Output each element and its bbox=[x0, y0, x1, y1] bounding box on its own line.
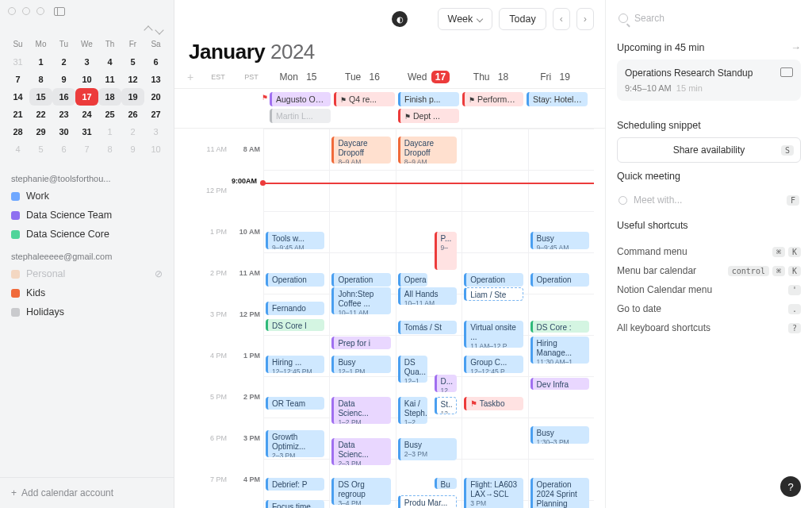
day-header[interactable]: Wed 17 bbox=[396, 71, 461, 83]
mini-day[interactable]: 15 bbox=[29, 88, 52, 106]
mini-day[interactable]: 4 bbox=[98, 53, 121, 71]
calendar-item[interactable]: Kids bbox=[0, 283, 174, 302]
calendar-event[interactable]: Daycare Dropoff8–9 AM bbox=[398, 137, 457, 164]
mini-day[interactable]: 7 bbox=[6, 71, 29, 88]
calendar-event[interactable]: Virtual onsite ...11 AM–12 P bbox=[464, 321, 523, 348]
calendar-event[interactable]: Busy9–9:45 AM bbox=[530, 232, 589, 249]
allday-event[interactable]: ⚑Performance review talks bbox=[462, 92, 523, 106]
mini-day[interactable]: 13 bbox=[144, 71, 167, 88]
calendar-event[interactable]: Produ Mar...3:30– bbox=[398, 495, 457, 508]
mini-day[interactable]: 10 bbox=[144, 140, 167, 158]
mini-day[interactable]: 8 bbox=[29, 71, 52, 88]
day-column[interactable]: Tools w...9–9:45 AMOperationFernandoDS C… bbox=[263, 129, 329, 508]
allday-event[interactable]: ⚑Q4 re... bbox=[334, 92, 395, 106]
chevron-up-icon[interactable] bbox=[144, 25, 152, 34]
calendar-item[interactable]: Data Science Core bbox=[0, 225, 174, 244]
search-input[interactable]: Search bbox=[617, 10, 801, 35]
mini-day[interactable]: 17 bbox=[75, 88, 98, 106]
calendar-event[interactable]: Kai / Steph...1–2 PM bbox=[398, 397, 428, 424]
calendar-event[interactable]: DS Core I bbox=[266, 319, 324, 331]
calendar-event[interactable]: Busy2–3 PM bbox=[398, 438, 457, 460]
calendar-event[interactable]: Hiring Manage...11:30 AM–1 bbox=[530, 337, 589, 364]
calendar-event[interactable]: Focus time3:30–5 PM bbox=[266, 500, 324, 508]
mini-day[interactable]: 20 bbox=[144, 88, 167, 106]
calendar-event[interactable]: Operation bbox=[331, 273, 390, 287]
calendar-event[interactable]: Operation bbox=[266, 273, 324, 287]
calendar-event[interactable]: Tools w...9–9:45 AM bbox=[266, 232, 324, 249]
sidebar-toggle-icon[interactable] bbox=[54, 7, 65, 16]
mini-day[interactable]: 29 bbox=[29, 123, 52, 140]
calendar-item[interactable]: Holidays bbox=[0, 302, 174, 321]
mini-day[interactable]: 31 bbox=[6, 53, 29, 71]
today-button[interactable]: Today bbox=[499, 8, 546, 30]
mini-day[interactable]: 21 bbox=[6, 106, 29, 123]
calendar-item[interactable]: Work bbox=[0, 187, 174, 206]
chevron-down-icon[interactable] bbox=[155, 25, 163, 34]
day-column[interactable]: Daycare Dropoff8–9 AMP...9–OperaAll Hand… bbox=[396, 129, 462, 508]
mini-day[interactable]: 5 bbox=[121, 53, 144, 71]
day-header[interactable]: Thu 18 bbox=[461, 71, 525, 83]
mini-day[interactable]: 14 bbox=[6, 88, 29, 106]
add-calendar-account[interactable]: + Add calendar account bbox=[0, 477, 174, 508]
shortcut-row[interactable]: Notion Calendar menu' bbox=[617, 280, 801, 299]
time-grid[interactable]: 11 AM12 PM1 PM2 PM3 PM4 PM5 PM6 PM7 PM8 … bbox=[174, 129, 605, 508]
view-switcher[interactable]: Week bbox=[438, 8, 493, 30]
mini-day[interactable]: 23 bbox=[52, 106, 75, 123]
calendar-item[interactable]: Data Science Team bbox=[0, 206, 174, 225]
calendar-event[interactable]: P...9– bbox=[435, 232, 458, 270]
calendar-event[interactable]: Busy1:30–3 PM bbox=[530, 426, 589, 444]
mini-day[interactable]: 16 bbox=[52, 88, 75, 106]
day-header[interactable]: Mon 15 bbox=[268, 71, 332, 83]
mini-day[interactable]: 11 bbox=[98, 71, 121, 88]
calendar-event[interactable]: DS Qua...12–1 P bbox=[398, 356, 428, 383]
video-call-icon[interactable] bbox=[780, 67, 793, 77]
mini-day[interactable]: 1 bbox=[29, 53, 52, 71]
close-dot[interactable] bbox=[8, 7, 16, 15]
mini-day[interactable]: 6 bbox=[144, 53, 167, 71]
mini-day[interactable]: 27 bbox=[144, 106, 167, 123]
mini-calendar[interactable]: SuMoTuWeThFrSa31123456789101112131415161… bbox=[0, 35, 174, 166]
day-column[interactable]: Daycare Dropoff8–9 AMOperationJohn:Step … bbox=[329, 129, 395, 508]
calendar-event[interactable]: DS Org regroup3–4 PM bbox=[331, 478, 390, 505]
mini-day[interactable]: 18 bbox=[98, 88, 121, 106]
mini-day[interactable]: 12 bbox=[121, 71, 144, 88]
day-column[interactable]: OperationLiam / SteVirtual onsite ...11 … bbox=[462, 129, 527, 508]
calendar-event[interactable]: Debrief: P bbox=[266, 478, 324, 491]
calendar-event[interactable]: All Hands10–11 AM bbox=[398, 287, 457, 305]
mini-day[interactable]: 3 bbox=[75, 53, 98, 71]
calendar-event[interactable]: Operation 2024 Sprint Planning3–5 PM bbox=[530, 478, 589, 508]
calendar-event[interactable]: ⚑ Taskbo bbox=[464, 397, 523, 410]
allday-event[interactable]: Finish p... bbox=[398, 92, 459, 106]
mini-day[interactable]: 1 bbox=[98, 123, 121, 140]
mini-day[interactable]: 6 bbox=[52, 140, 75, 158]
calendar-event[interactable]: St..12 bbox=[435, 397, 458, 414]
calendar-event[interactable]: Busy12–1 PM bbox=[331, 356, 390, 373]
mini-day[interactable]: 22 bbox=[29, 106, 52, 123]
mini-day[interactable]: 26 bbox=[121, 106, 144, 123]
calendar-event[interactable]: Fernando bbox=[266, 302, 324, 315]
calendar-event[interactable]: Data Scienc...1–2 PM bbox=[331, 397, 390, 424]
shortcut-row[interactable]: Menu bar calendarcontrol⌘K bbox=[617, 261, 801, 280]
mini-day[interactable]: 5 bbox=[29, 140, 52, 158]
calendar-event[interactable]: John:Step Coffee ...10–11 AM bbox=[331, 287, 390, 314]
calendar-event[interactable]: Data Scienc...2–3 PM bbox=[331, 438, 390, 465]
mini-day[interactable]: 4 bbox=[6, 140, 29, 158]
calendar-event[interactable]: Dev Infra bbox=[530, 378, 589, 390]
calendar-event[interactable]: OR Team bbox=[266, 397, 324, 410]
mini-day[interactable]: 10 bbox=[75, 71, 98, 88]
mini-day[interactable]: 2 bbox=[121, 123, 144, 140]
mini-day[interactable]: 24 bbox=[75, 106, 98, 123]
next-button[interactable]: › bbox=[576, 8, 594, 30]
mini-day[interactable]: 3 bbox=[144, 123, 167, 140]
calendar-event[interactable]: Group C...12–12:45 P bbox=[464, 356, 523, 373]
mini-day[interactable]: 28 bbox=[6, 123, 29, 140]
calendar-event[interactable]: Operation bbox=[464, 273, 523, 287]
arrow-right-icon[interactable]: → bbox=[791, 41, 801, 53]
mini-day[interactable]: 31 bbox=[75, 123, 98, 140]
calendar-event[interactable]: Bu bbox=[435, 478, 458, 489]
day-header[interactable]: Tue 16 bbox=[332, 71, 396, 83]
allday-event[interactable]: Stay: Hotel P... bbox=[527, 92, 588, 106]
calendar-event[interactable]: Operation bbox=[530, 273, 589, 287]
day-column[interactable]: Busy9–9:45 AMOperationDS Core :Hiring Ma… bbox=[528, 129, 594, 508]
mini-day[interactable]: 2 bbox=[52, 53, 75, 71]
